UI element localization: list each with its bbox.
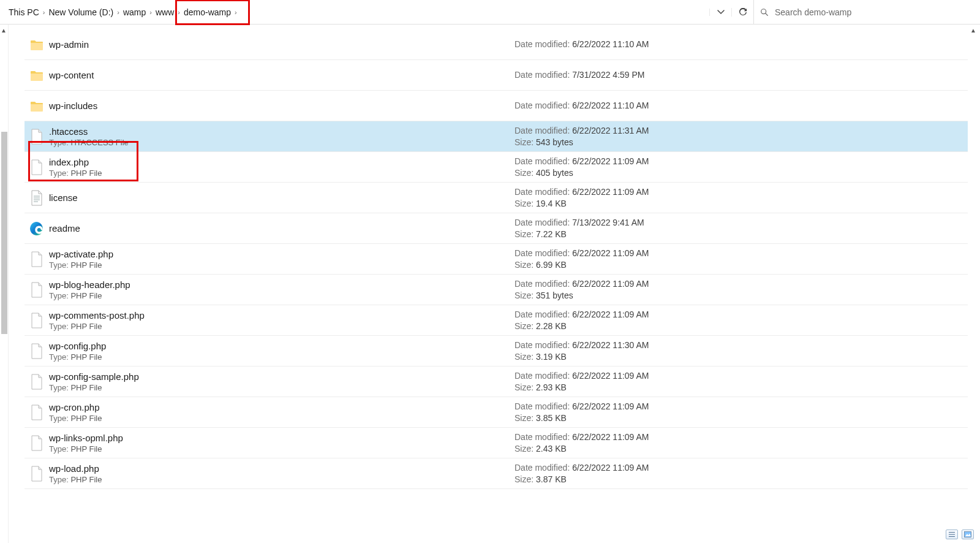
- file-row[interactable]: readmeDate modified: 7/13/2022 9:41 AMSi…: [24, 213, 968, 244]
- size-label: Size:: [514, 382, 536, 392]
- breadcrumb-item[interactable]: New Volume (D:)›: [47, 7, 120, 17]
- file-date-modified: Date modified: 6/22/2022 11:09 AM: [514, 462, 956, 474]
- type-value: HTACCESS File: [70, 138, 128, 147]
- view-details-button[interactable]: [946, 530, 958, 539]
- file-row[interactable]: wp-links-opml.phpType: PHP FileDate modi…: [24, 428, 968, 458]
- size-value: 3.85 KB: [536, 413, 567, 423]
- file-name: wp-activate.php: [49, 249, 514, 259]
- date-label: Date modified:: [514, 39, 572, 49]
- date-label: Date modified:: [514, 432, 572, 442]
- file-name-column: readme: [49, 219, 514, 237]
- size-value: 6.99 KB: [536, 260, 567, 270]
- size-value: 3.87 KB: [536, 474, 567, 484]
- blank-icon: [24, 159, 49, 176]
- edge-icon: [24, 221, 49, 237]
- size-value: 3.19 KB: [536, 352, 567, 362]
- type-label: Type:: [49, 322, 70, 331]
- chevron-right-icon: ›: [43, 9, 45, 16]
- chevron-right-icon: ›: [117, 9, 119, 16]
- breadcrumb-item[interactable]: wamp›: [122, 7, 153, 17]
- file-name-column: index.phpType: PHP File: [49, 153, 514, 181]
- folder-icon: [24, 98, 49, 114]
- breadcrumb-item[interactable]: demo-wamp›: [183, 7, 238, 17]
- file-name-column: license: [49, 189, 514, 207]
- type-value: PHP File: [70, 475, 102, 484]
- date-value: 6/22/2022 11:09 AM: [572, 432, 649, 442]
- type-value: PHP File: [70, 260, 102, 270]
- date-value: 6/22/2022 11:10 AM: [572, 101, 649, 110]
- svg-rect-9: [965, 532, 971, 537]
- file-row[interactable]: wp-contentDate modified: 7/31/2022 4:59 …: [24, 60, 968, 91]
- breadcrumb-item[interactable]: This PC›: [7, 7, 46, 17]
- blank-icon: [24, 435, 49, 452]
- size-value: 2.28 KB: [536, 321, 567, 331]
- file-name: index.php: [49, 157, 514, 167]
- file-meta-column: Date modified: 6/22/2022 11:09 AMSize: 4…: [514, 156, 956, 179]
- file-size: Size: 7.22 KB: [514, 229, 956, 240]
- date-value: 6/22/2022 11:30 AM: [572, 340, 649, 350]
- date-value: 6/22/2022 11:09 AM: [572, 309, 649, 319]
- file-row[interactable]: wp-blog-header.phpType: PHP FileDate mod…: [24, 275, 968, 305]
- date-label: Date modified:: [514, 248, 572, 258]
- blank-icon: [24, 404, 49, 421]
- file-date-modified: Date modified: 6/22/2022 11:09 AM: [514, 309, 956, 321]
- file-size: Size: 405 bytes: [514, 167, 956, 179]
- file-type: Type: PHP File: [49, 352, 514, 362]
- file-row[interactable]: wp-includesDate modified: 6/22/2022 11:1…: [24, 91, 968, 121]
- blank-icon: [24, 128, 49, 145]
- search-box[interactable]: [753, 0, 980, 24]
- type-label: Type:: [49, 475, 70, 484]
- address-actions: [709, 0, 753, 24]
- refresh-icon: [739, 8, 747, 17]
- blank-icon: [24, 343, 49, 360]
- file-size: Size: 3.85 KB: [514, 412, 956, 424]
- file-row[interactable]: .htaccessType: HTACCESS FileDate modifie…: [24, 121, 968, 152]
- file-meta-column: Date modified: 6/22/2022 11:09 AMSize: 6…: [514, 248, 956, 271]
- file-name-column: wp-cron.phpType: PHP File: [49, 398, 514, 427]
- right-scrollbar[interactable]: ▲: [968, 25, 980, 543]
- file-row[interactable]: index.phpType: PHP FileDate modified: 6/…: [24, 152, 968, 183]
- type-label: Type:: [49, 414, 70, 423]
- scroll-up-icon[interactable]: ▲: [1, 27, 7, 34]
- file-name: wp-config-sample.php: [49, 371, 514, 382]
- blank-icon: [24, 281, 49, 298]
- date-value: 7/31/2022 4:59 PM: [572, 70, 644, 80]
- date-value: 6/22/2022 11:09 AM: [572, 279, 649, 289]
- list-icon: [948, 531, 956, 537]
- date-label: Date modified:: [514, 401, 572, 411]
- file-date-modified: Date modified: 6/22/2022 11:09 AM: [514, 278, 956, 290]
- breadcrumb-label: wamp: [123, 7, 146, 17]
- file-row[interactable]: wp-load.phpType: PHP FileDate modified: …: [24, 458, 968, 489]
- file-name-column: wp-links-opml.phpType: PHP File: [49, 429, 514, 457]
- text-icon: [24, 189, 49, 207]
- size-label: Size:: [514, 168, 536, 178]
- nav-scrollbar-thumb[interactable]: [1, 132, 7, 334]
- type-value: PHP File: [70, 383, 102, 392]
- address-dropdown-button[interactable]: [709, 9, 731, 16]
- search-input[interactable]: [774, 7, 974, 18]
- file-row[interactable]: wp-config.phpType: PHP FileDate modified…: [24, 336, 968, 366]
- file-row[interactable]: wp-cron.phpType: PHP FileDate modified: …: [24, 397, 968, 428]
- refresh-button[interactable]: [731, 8, 753, 17]
- date-value: 6/22/2022 11:31 AM: [572, 126, 649, 135]
- toolbar: This PC›New Volume (D:)›wamp›www›demo-wa…: [0, 0, 980, 25]
- file-size: Size: 2.43 KB: [514, 443, 956, 455]
- file-row[interactable]: wp-activate.phpType: PHP FileDate modifi…: [24, 244, 968, 275]
- file-meta-column: Date modified: 6/22/2022 11:09 AMSize: 2…: [514, 431, 956, 455]
- file-row[interactable]: wp-adminDate modified: 6/22/2022 11:10 A…: [24, 29, 968, 60]
- file-row[interactable]: licenseDate modified: 6/22/2022 11:09 AM…: [24, 183, 968, 213]
- breadcrumb-item[interactable]: www›: [154, 7, 181, 17]
- breadcrumb[interactable]: This PC›New Volume (D:)›wamp›www›demo-wa…: [4, 0, 709, 24]
- size-label: Size:: [514, 444, 536, 454]
- size-value: 543 bytes: [536, 137, 573, 147]
- date-value: 6/22/2022 11:09 AM: [572, 248, 649, 258]
- scroll-up-icon[interactable]: ▲: [970, 27, 976, 34]
- file-row[interactable]: wp-comments-post.phpType: PHP FileDate m…: [24, 305, 968, 336]
- view-large-icons-button[interactable]: [962, 530, 974, 539]
- breadcrumb-label: This PC: [9, 7, 39, 17]
- file-meta-column: Date modified: 6/22/2022 11:30 AMSize: 3…: [514, 340, 956, 363]
- nav-pane-collapsed[interactable]: ▲: [0, 25, 9, 543]
- file-name: wp-links-opml.php: [49, 433, 514, 443]
- file-date-modified: Date modified: 7/31/2022 4:59 PM: [514, 69, 956, 81]
- file-row[interactable]: wp-config-sample.phpType: PHP FileDate m…: [24, 366, 968, 397]
